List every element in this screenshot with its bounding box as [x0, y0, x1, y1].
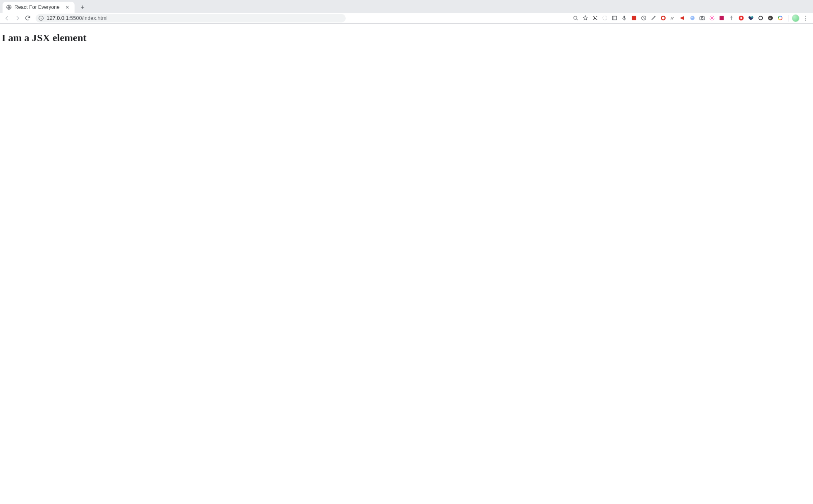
svg-rect-5: [623, 16, 625, 19]
close-tab-button[interactable]: [64, 4, 70, 10]
page-viewport: I am a JSX element: [0, 24, 813, 504]
svg-rect-6: [632, 16, 636, 20]
site-info-icon[interactable]: [38, 15, 44, 21]
megaphone-icon[interactable]: [678, 14, 687, 23]
svg-point-26: [805, 17, 806, 18]
svg-point-2: [574, 16, 577, 19]
heart-icon[interactable]: [746, 14, 755, 23]
svg-point-18: [759, 16, 763, 20]
svg-point-14: [711, 17, 713, 19]
dark-ring-icon[interactable]: [756, 14, 765, 23]
svg-point-13: [701, 17, 703, 19]
svg-point-11: [691, 17, 693, 18]
f-question-icon[interactable]: f?: [668, 14, 677, 23]
svg-point-3: [602, 16, 607, 20]
back-button[interactable]: [3, 14, 12, 23]
reload-button[interactable]: [23, 14, 32, 23]
svg-rect-15: [719, 16, 724, 20]
toolbar-divider: [788, 15, 788, 22]
forward-button[interactable]: [13, 14, 22, 23]
red-o-icon[interactable]: [658, 14, 668, 23]
svg-text:f?: f?: [670, 16, 673, 20]
pink-gear-icon[interactable]: [707, 14, 716, 23]
svg-point-25: [805, 16, 806, 17]
avatar-icon: [792, 14, 799, 22]
svg-point-10: [690, 16, 694, 20]
wp-icon[interactable]: W: [766, 14, 775, 23]
tab-title: React For Everyone: [14, 4, 62, 10]
url-host: 127.0.0.1: [47, 15, 69, 21]
rainbow-ring-icon[interactable]: [775, 14, 785, 23]
chrome-menu-button[interactable]: [801, 14, 810, 23]
browser-tab[interactable]: React For Everyone: [3, 2, 75, 13]
svg-point-17: [751, 16, 753, 18]
globe-dashed-icon[interactable]: [600, 14, 609, 23]
new-tab-button[interactable]: [77, 2, 88, 13]
wand-icon[interactable]: [649, 14, 658, 23]
url-path: :5500/index.html: [69, 15, 108, 21]
search-icon[interactable]: [571, 14, 580, 23]
browser-toolbar: 127.0.0.1:5500/index.html f?W: [0, 13, 813, 24]
star-icon[interactable]: [580, 14, 590, 23]
magenta-box-icon[interactable]: [717, 14, 726, 23]
extensions-cluster: f?W: [571, 14, 785, 23]
page-heading: I am a JSX element: [2, 32, 811, 44]
panel-icon[interactable]: [610, 14, 619, 23]
svg-point-27: [805, 19, 806, 20]
shuffle-icon[interactable]: [590, 14, 599, 23]
red-box-icon[interactable]: [629, 14, 638, 23]
svg-point-8: [661, 16, 665, 20]
address-bar[interactable]: 127.0.0.1:5500/index.html: [36, 14, 346, 22]
clock-icon[interactable]: [639, 14, 648, 23]
mic-icon[interactable]: [619, 14, 629, 23]
tab-strip: React For Everyone: [0, 0, 813, 13]
profile-avatar[interactable]: [791, 14, 800, 23]
svg-rect-4: [612, 16, 616, 20]
svg-text:W: W: [769, 17, 771, 19]
svg-rect-16: [740, 17, 742, 19]
gray-pin-icon[interactable]: [727, 14, 736, 23]
globe-icon: [6, 4, 12, 10]
camera-icon[interactable]: [697, 14, 707, 23]
red-stop-icon[interactable]: [736, 14, 746, 23]
url-text: 127.0.0.1:5500/index.html: [47, 15, 108, 21]
blue-sphere-icon[interactable]: [688, 14, 697, 23]
